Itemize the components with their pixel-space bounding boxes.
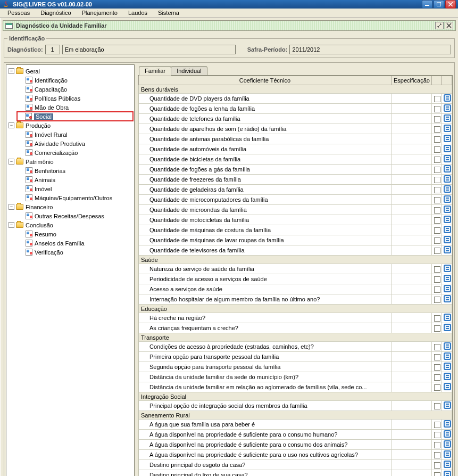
row-action-icon[interactable] [444,94,451,102]
spec-cell[interactable] [392,144,432,154]
collapse-icon[interactable]: − [9,222,14,228]
spec-cell[interactable] [392,264,432,274]
row-checkbox[interactable] [434,472,440,476]
spec-cell[interactable] [392,175,432,185]
row-checkbox[interactable] [434,197,440,203]
spec-cell[interactable] [392,235,432,245]
row-checkbox[interactable] [434,157,440,163]
tree-item[interactable]: −Produção [7,121,133,130]
tree-item[interactable]: Capacitação [17,85,133,94]
row-action-icon[interactable] [444,246,451,253]
row-action-icon[interactable] [444,363,451,370]
tree-item[interactable]: −Conclusão [7,220,133,229]
table-row[interactable]: Distância da unidade familiar em relação… [139,382,452,392]
row-action-icon[interactable] [444,342,451,350]
table-row[interactable]: Condições de acesso à propriedade (estra… [139,342,452,352]
collapse-icon[interactable]: − [9,204,14,210]
spec-cell[interactable] [392,313,432,323]
collapse-icon[interactable]: − [9,68,14,74]
row-action-icon[interactable] [444,165,451,173]
row-checkbox[interactable] [434,452,440,458]
tree-item[interactable]: −Geral [7,67,133,76]
row-checkbox[interactable] [434,374,440,381]
tree-item[interactable]: Mão de Obra [17,103,133,112]
row-action-icon[interactable] [444,461,451,468]
spec-cell[interactable] [392,362,432,372]
row-checkbox[interactable] [434,116,440,122]
menu-sistema[interactable]: Sistema [153,9,185,17]
table-row[interactable]: Quantidade de automóveis da família [139,144,452,154]
spec-cell[interactable] [392,185,432,195]
maximize-button[interactable] [434,0,444,9]
table-row[interactable]: Quantidade de aparelhos de som (e rádio)… [139,124,452,134]
table-row[interactable]: Quantidade de fogões a lenha da família [139,104,452,114]
row-action-icon[interactable] [444,104,451,112]
spec-cell[interactable] [392,154,432,165]
row-action-icon[interactable] [444,420,451,428]
spec-cell[interactable] [392,352,432,362]
row-checkbox[interactable] [434,248,440,254]
tree-item[interactable]: Imóvel [17,184,133,193]
row-checkbox[interactable] [434,136,440,143]
nav-tree[interactable]: −GeralIdentificaçãoCapacitaçãoPolíticas … [7,67,133,257]
row-action-icon[interactable] [444,145,451,152]
tree-item[interactable]: Resumo [17,229,133,239]
spec-cell[interactable] [392,372,432,382]
row-checkbox[interactable] [434,286,440,293]
row-action-icon[interactable] [444,155,451,162]
row-action-icon[interactable] [444,226,451,233]
tree-item[interactable]: Máquina/Equipamento/Outros [17,193,133,202]
row-checkbox[interactable] [434,227,440,234]
spec-cell[interactable] [392,382,432,392]
table-row[interactable]: Quantidade de freezeres da família [139,175,452,185]
row-checkbox[interactable] [434,297,440,303]
tree-item[interactable]: Benfeitorias [17,166,133,175]
col-action[interactable] [442,76,452,85]
row-checkbox[interactable] [434,462,440,469]
collapse-icon[interactable]: − [9,122,14,128]
row-checkbox[interactable] [434,187,440,193]
table-row[interactable]: Natureza do serviço de saúde da família [139,264,452,274]
row-checkbox[interactable] [434,217,440,224]
row-action-icon[interactable] [444,430,451,438]
menu-pessoas[interactable]: Pessoas [2,9,35,17]
table-row[interactable]: A água que sua família usa para beber é [139,420,452,430]
spec-cell[interactable] [392,165,432,175]
row-action-icon[interactable] [444,125,451,132]
col-check[interactable] [432,76,442,85]
table-row[interactable]: Quantidade de microcomputadores da famíl… [139,195,452,205]
row-checkbox[interactable] [434,384,440,391]
table-row[interactable]: Segunda opção para transporte pessoal da… [139,362,452,372]
collapse-icon[interactable]: − [9,159,14,165]
row-action-icon[interactable] [444,285,451,292]
row-action-icon[interactable] [444,352,451,360]
row-action-icon[interactable] [444,314,451,321]
tree-item[interactable]: Verificação [17,248,133,257]
close-button[interactable] [445,0,456,9]
menu-planejamento[interactable]: Planejamento [77,9,123,17]
row-action-icon[interactable] [444,206,451,213]
table-row[interactable]: Quantidade de antenas parabólicas da fam… [139,134,452,144]
spec-cell[interactable] [392,114,432,124]
row-action-icon[interactable] [444,383,451,390]
table-row[interactable]: Quantidade de televisores da família [139,245,452,256]
row-action-icon[interactable] [444,265,451,272]
frame-restore-button[interactable] [435,22,444,29]
spec-cell[interactable] [392,225,432,235]
row-checkbox[interactable] [434,146,440,153]
minimize-button[interactable] [422,0,432,9]
spec-cell[interactable] [392,274,432,284]
table-row[interactable]: Internação hospitalar de algum membro da… [139,294,452,305]
table-row[interactable]: A água disponível na propriedade é sufic… [139,450,452,460]
table-row[interactable]: Destino principal do lixo de sua casa? [139,470,452,477]
row-checkbox[interactable] [434,364,440,371]
spec-cell[interactable] [392,104,432,114]
table-row[interactable]: Primeira opção para transporte pessoal d… [139,352,452,362]
row-action-icon[interactable] [444,450,451,458]
menu-diagnostico[interactable]: Diagnóstico [35,9,76,17]
spec-cell[interactable] [392,440,432,450]
spec-cell[interactable] [392,284,432,294]
table-row[interactable]: Quantidade de microondas da família [139,205,452,215]
table-row[interactable]: Quantidade de telefones da família [139,114,452,124]
row-checkbox[interactable] [434,276,440,283]
